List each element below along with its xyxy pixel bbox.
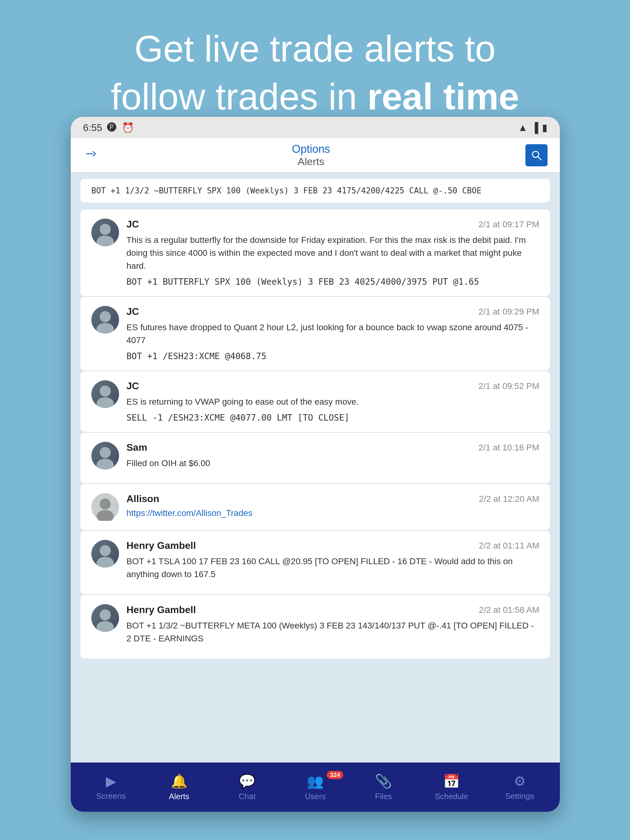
alert-card-header: JC2/1 at 09:52 PMES is returning to VWAP… (91, 381, 539, 423)
svg-point-8 (100, 447, 111, 458)
alert-card: JC2/1 at 09:52 PMES is returning to VWAP… (80, 371, 551, 432)
battery-icon: ▮ (542, 122, 548, 133)
nav-icon-files: 📎 (375, 773, 392, 789)
svg-point-6 (100, 385, 111, 396)
alert-time: 2/2 at 12:20 AM (479, 494, 539, 504)
nav-item-alerts[interactable]: 🔔Alerts (145, 773, 213, 801)
alert-card-header: Henry Gambell2/2 at 01:11 AMBOT +1 TSLA … (91, 540, 539, 585)
svg-point-9 (97, 459, 114, 469)
alert-text: ES futures have dropped to Quant 2 hour … (127, 321, 539, 347)
hero-line2-start: follow trades in (111, 76, 367, 117)
hero-line2-bold: real time (367, 76, 519, 117)
hero-line1: Get live trade alerts to (135, 28, 495, 69)
alert-meta: JC2/1 at 09:17 PM (127, 219, 539, 230)
nav-label-alerts: Alerts (169, 792, 189, 801)
alert-card: Henry Gambell2/2 at 01:58 AMBOT +1 1/3/2… (80, 595, 551, 659)
nav-items: ▶Screens🔔Alerts💬Chat324👥Users📎Files📅Sche… (77, 773, 554, 801)
content-area: BOT +1 1/3/2 ~BUTTERFLY SPX 100 (Weeklys… (71, 172, 560, 763)
nav-icon-alerts: 🔔 (171, 773, 188, 789)
alert-card-header: JC2/1 at 09:17 PMThis is a regular butte… (91, 219, 539, 287)
nav-icon-settings: ⚙ (514, 773, 526, 789)
nav-item-settings[interactable]: ⚙Settings (486, 773, 554, 801)
nav-item-users[interactable]: 324👥Users (281, 773, 349, 801)
avatar (91, 306, 119, 333)
avatar (91, 219, 119, 246)
alert-body: JC2/1 at 09:17 PMThis is a regular butte… (127, 219, 539, 287)
status-bar: 6:55 🅟 ⏰ ▲ ▐ ▮ (71, 117, 560, 138)
svg-point-5 (97, 323, 114, 333)
alert-body: Henry Gambell2/2 at 01:58 AMBOT +1 1/3/2… (127, 604, 539, 649)
alert-body: Henry Gambell2/2 at 01:11 AMBOT +1 TSLA … (127, 540, 539, 585)
alert-meta: JC2/1 at 09:52 PM (127, 381, 539, 392)
alert-meta: Allison2/2 at 12:20 AM (127, 493, 539, 505)
nav-icon-users: 👥 (307, 773, 324, 789)
alert-card-header: Allison2/2 at 12:20 AMhttps://twitter.co… (91, 493, 539, 521)
svg-point-14 (100, 609, 111, 621)
alert-trade: BOT +1 /ESH23:XCME @4068.75 (127, 351, 539, 361)
back-button[interactable] (83, 147, 97, 164)
alert-card: JC2/1 at 09:29 PMES futures have dropped… (80, 297, 551, 371)
svg-line-1 (538, 156, 541, 160)
nav-item-screens[interactable]: ▶Screens (77, 773, 145, 801)
alert-meta: Sam2/1 at 10:16 PM (127, 442, 539, 453)
alert-time: 2/1 at 09:52 PM (478, 381, 539, 391)
alert-trade: BOT +1 BUTTERFLY SPX 100 (Weeklys) 3 FEB… (127, 277, 539, 287)
nav-label-files: Files (375, 792, 392, 801)
alert-body: JC2/1 at 09:52 PMES is returning to VWAP… (127, 381, 539, 423)
wifi-icon: ▲ (518, 122, 528, 133)
alert-meta: Henry Gambell2/2 at 01:11 AM (127, 540, 539, 551)
bottom-nav: ▶Screens🔔Alerts💬Chat324👥Users📎Files📅Sche… (71, 763, 560, 812)
alert-card: Sam2/1 at 10:16 PMFilled on OIH at $6.00 (80, 432, 551, 484)
nav-item-chat[interactable]: 💬Chat (213, 773, 281, 801)
nav-label-schedule: Schedule (435, 792, 468, 801)
nav-label-chat: Chat (239, 792, 256, 801)
alert-card: Henry Gambell2/2 at 01:11 AMBOT +1 TSLA … (80, 531, 551, 595)
alert-card: JC2/1 at 09:17 PMThis is a regular butte… (80, 209, 551, 297)
nav-icon-screens: ▶ (106, 773, 116, 789)
alert-body: Allison2/2 at 12:20 AMhttps://twitter.co… (127, 493, 539, 518)
alert-card-header: Sam2/1 at 10:16 PMFilled on OIH at $6.00 (91, 442, 539, 474)
nav-icon-chat: 💬 (239, 773, 256, 789)
signal-icon: ▐ (531, 122, 538, 133)
alert-body: JC2/1 at 09:29 PMES futures have dropped… (127, 306, 539, 361)
status-time: 6:55 (83, 122, 102, 133)
nav-item-schedule[interactable]: 📅Schedule (418, 773, 486, 801)
alert-text: BOT +1 TSLA 100 17 FEB 23 160 CALL @20.9… (127, 555, 539, 581)
alert-author: Henry Gambell (127, 540, 196, 551)
nav-label-screens: Screens (96, 791, 125, 801)
header-options-label: Options (292, 143, 330, 156)
alert-text: This is a regular butterfly for the down… (127, 234, 539, 272)
svg-point-3 (97, 235, 114, 246)
alert-link[interactable]: https://twitter.com/Allison_Trades (127, 508, 253, 518)
alert-trade: SELL -1 /ESH23:XCME @4077.00 LMT [TO CLO… (127, 413, 539, 423)
nav-label-settings: Settings (505, 791, 534, 801)
alert-meta: JC2/1 at 09:29 PM (127, 306, 539, 317)
alarm-icon: ⏰ (122, 122, 134, 133)
alert-author: JC (127, 219, 139, 230)
hero-title: Get live trade alerts to follow trades i… (31, 25, 599, 120)
alert-card-header: JC2/1 at 09:29 PMES futures have dropped… (91, 306, 539, 361)
alert-author: Sam (127, 442, 147, 453)
alert-text: Filled on OIH at $6.00 (127, 457, 539, 470)
search-button[interactable] (526, 144, 548, 166)
alert-author: JC (127, 306, 139, 317)
alert-time: 2/2 at 01:58 AM (479, 605, 539, 615)
svg-point-15 (97, 621, 114, 632)
svg-point-11 (97, 510, 114, 521)
alerts-list: JC2/1 at 09:17 PMThis is a regular butte… (80, 209, 551, 659)
app-header: Options Alerts (71, 138, 560, 172)
avatar (91, 442, 119, 469)
header-title: Options Alerts (292, 143, 330, 167)
alert-time: 2/1 at 09:29 PM (478, 307, 539, 317)
nav-icon-schedule: 📅 (443, 773, 460, 789)
alert-author: Allison (127, 493, 159, 505)
svg-point-2 (100, 224, 111, 235)
alert-text: ES is returning to VWAP going to ease ou… (127, 395, 539, 408)
alert-author: Henry Gambell (127, 604, 196, 616)
avatar (91, 540, 119, 568)
alert-meta: Henry Gambell2/2 at 01:58 AM (127, 604, 539, 616)
alert-card: Allison2/2 at 12:20 AMhttps://twitter.co… (80, 484, 551, 531)
partial-alert-card: BOT +1 1/3/2 ~BUTTERFLY SPX 100 (Weeklys… (80, 178, 551, 203)
alert-time: 2/1 at 09:17 PM (478, 219, 539, 229)
nav-item-files[interactable]: 📎Files (350, 773, 418, 801)
